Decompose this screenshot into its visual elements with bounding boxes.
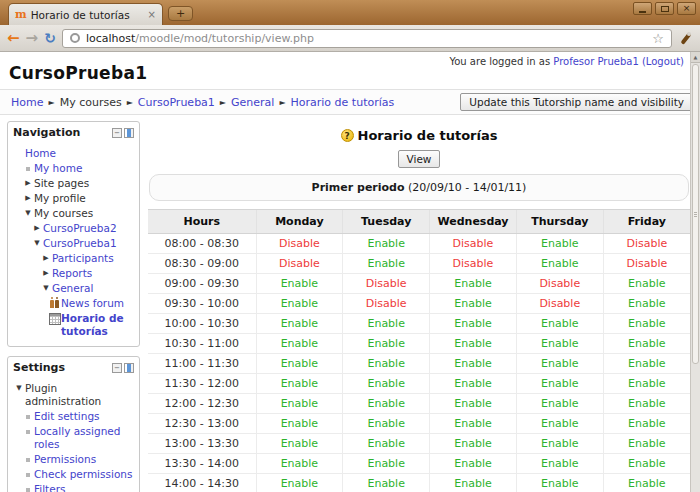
tree-label[interactable]: Home [25, 147, 135, 160]
enable-link[interactable]: Enable [628, 357, 665, 370]
settings-item-permissions[interactable]: Permissions [13, 453, 135, 466]
restore-button[interactable] [655, 2, 674, 15]
enable-link[interactable]: Enable [281, 377, 318, 390]
breadcrumb-item-general[interactable]: General [231, 96, 274, 109]
enable-link[interactable]: Enable [367, 437, 404, 450]
update-tutorship-button[interactable]: Update this Tutorship name and visibilit… [460, 93, 693, 111]
enable-link[interactable]: Enable [367, 317, 404, 330]
enable-link[interactable]: Enable [281, 457, 318, 470]
settings-item-check-permissions[interactable]: Check permissions [13, 468, 135, 481]
profile-link[interactable]: Profesor Prueba1 [553, 56, 638, 67]
breadcrumb-item-horario-de-tutor-as[interactable]: Horario de tutorías [291, 96, 395, 109]
tree-label[interactable]: Horario de tutorías [61, 312, 135, 338]
enable-link[interactable]: Enable [281, 437, 318, 450]
nav-item-horario-de-tutor-as[interactable]: Horario de tutorías [13, 312, 135, 338]
enable-link[interactable]: Enable [454, 277, 491, 290]
tree-label[interactable]: My home [34, 162, 135, 175]
enable-link[interactable]: Enable [541, 437, 578, 450]
enable-link[interactable]: Enable [281, 477, 318, 490]
enable-link[interactable]: Enable [628, 377, 665, 390]
minimize-button[interactable] [633, 2, 652, 15]
enable-link[interactable]: Enable [454, 297, 491, 310]
address-bar[interactable]: localhost/moodle/mod/tutorship/view.php … [62, 29, 672, 48]
enable-link[interactable]: Enable [367, 397, 404, 410]
enable-link[interactable]: Enable [281, 397, 318, 410]
enable-link[interactable]: Enable [367, 457, 404, 470]
nav-item-my-home[interactable]: My home [13, 162, 135, 175]
view-button[interactable]: View [398, 150, 441, 168]
tree-label[interactable]: News forum [61, 297, 135, 310]
wrench-menu-icon[interactable] [678, 31, 693, 46]
forward-button[interactable]: → [26, 31, 39, 46]
scrollbar-thumb[interactable] [692, 64, 699, 364]
enable-link[interactable]: Enable [628, 317, 665, 330]
enable-link[interactable]: Enable [628, 477, 665, 490]
enable-link[interactable]: Enable [367, 417, 404, 430]
breadcrumb-item-cursoprueba1[interactable]: CursoPrueba1 [138, 96, 215, 109]
disable-link[interactable]: Disable [279, 237, 320, 250]
enable-link[interactable]: Enable [281, 297, 318, 310]
enable-link[interactable]: Enable [541, 257, 578, 270]
disable-link[interactable]: Disable [366, 277, 407, 290]
enable-link[interactable]: Enable [628, 277, 665, 290]
enable-link[interactable]: Enable [454, 437, 491, 450]
settings-item-locally-assigned-roles[interactable]: Locally assigned roles [13, 425, 135, 451]
reload-button[interactable]: ↻ [44, 31, 56, 45]
settings-item-filters[interactable]: Filters [13, 483, 135, 492]
enable-link[interactable]: Enable [281, 357, 318, 370]
tree-label[interactable]: Permissions [34, 453, 135, 466]
browser-tab[interactable]: m Horario de tutorías × [8, 3, 163, 25]
nav-item-my-courses[interactable]: ▼My courses [13, 207, 135, 220]
scrollbar[interactable]: ▲ [690, 52, 700, 492]
enable-link[interactable]: Enable [454, 377, 491, 390]
dock-block-icon[interactable] [124, 128, 134, 138]
enable-link[interactable]: Enable [281, 337, 318, 350]
tree-label[interactable]: Locally assigned roles [34, 425, 135, 451]
bookmark-star-icon[interactable]: ☆ [652, 32, 664, 45]
tree-label[interactable]: Participants [52, 252, 135, 265]
hide-block-icon[interactable]: − [112, 363, 122, 373]
close-button[interactable]: × [677, 2, 696, 15]
tree-label[interactable]: Reports [52, 267, 135, 280]
enable-link[interactable]: Enable [454, 397, 491, 410]
nav-item-site-pages[interactable]: ▶Site pages [13, 177, 135, 190]
enable-link[interactable]: Enable [628, 397, 665, 410]
tree-label[interactable]: CursoPrueba1 [43, 237, 135, 250]
tab-close-icon[interactable]: × [148, 10, 156, 20]
enable-link[interactable]: Enable [281, 317, 318, 330]
disable-link[interactable]: Disable [366, 297, 407, 310]
enable-link[interactable]: Enable [367, 477, 404, 490]
enable-link[interactable]: Enable [541, 317, 578, 330]
tree-label[interactable]: Edit settings [34, 410, 135, 423]
nav-item-reports[interactable]: ▶Reports [13, 267, 135, 280]
hide-block-icon[interactable]: − [112, 128, 122, 138]
nav-item-my-profile[interactable]: ▶My profile [13, 192, 135, 205]
enable-link[interactable]: Enable [628, 337, 665, 350]
help-icon[interactable]: ? [341, 129, 354, 142]
enable-link[interactable]: Enable [628, 417, 665, 430]
enable-link[interactable]: Enable [541, 377, 578, 390]
disable-link[interactable]: Disable [453, 257, 494, 270]
new-tab-button[interactable]: + [168, 6, 193, 21]
tree-label[interactable]: Filters [34, 483, 135, 492]
enable-link[interactable]: Enable [367, 237, 404, 250]
nav-item-cursoprueba1[interactable]: ▼CursoPrueba1 [13, 237, 135, 250]
enable-link[interactable]: Enable [367, 357, 404, 370]
disable-link[interactable]: Disable [279, 257, 320, 270]
enable-link[interactable]: Enable [454, 317, 491, 330]
tree-label[interactable]: Check permissions [34, 468, 135, 481]
logout-link[interactable]: (Logout) [642, 56, 684, 67]
nav-item-cursoprueba2[interactable]: ▶CursoPrueba2 [13, 222, 135, 235]
enable-link[interactable]: Enable [454, 357, 491, 370]
disable-link[interactable]: Disable [453, 237, 494, 250]
enable-link[interactable]: Enable [367, 337, 404, 350]
nav-item-general[interactable]: ▼General [13, 282, 135, 295]
disable-link[interactable]: Disable [539, 277, 580, 290]
disable-link[interactable]: Disable [626, 237, 667, 250]
enable-link[interactable]: Enable [281, 277, 318, 290]
settings-item-edit-settings[interactable]: Edit settings [13, 410, 135, 423]
enable-link[interactable]: Enable [454, 417, 491, 430]
enable-link[interactable]: Enable [541, 357, 578, 370]
enable-link[interactable]: Enable [454, 457, 491, 470]
dock-block-icon[interactable] [124, 363, 134, 373]
